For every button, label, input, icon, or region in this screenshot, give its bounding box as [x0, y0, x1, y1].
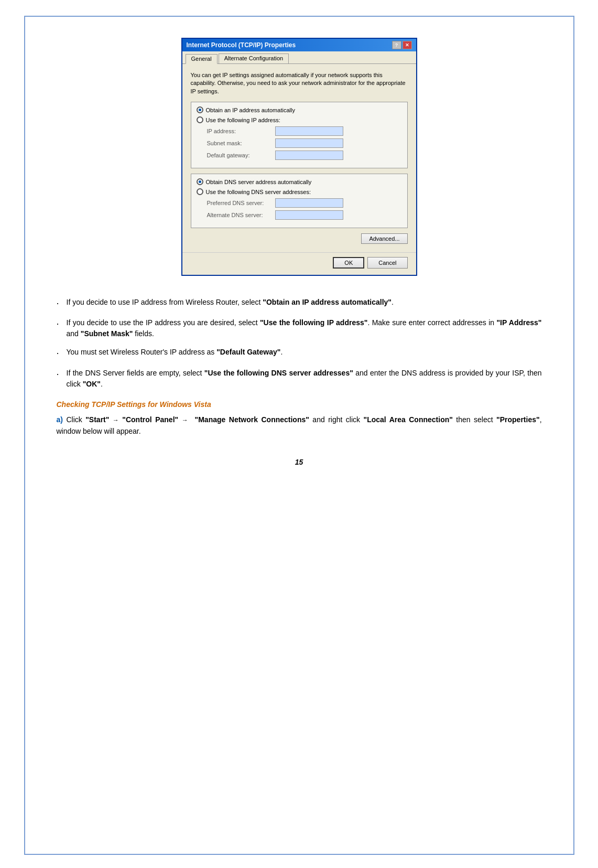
page-number: 15	[57, 458, 542, 466]
manual-ip-radio-row[interactable]: Use the following IP address:	[197, 116, 402, 123]
step-a: a) Click "Start" → "Control Panel" → "Ma…	[57, 414, 542, 437]
alternate-dns-row: Alternate DNS server:	[197, 210, 402, 220]
bullet-text-1: If you decide to use IP address from Wir…	[67, 297, 542, 308]
arrow-icon-2: →	[182, 416, 188, 424]
dialog-footer: OK Cancel	[182, 252, 416, 275]
list-item: · You must set Wireless Router's IP addr…	[57, 347, 542, 360]
list-item: · If you decide to use IP address from W…	[57, 297, 542, 310]
auto-ip-label: Obtain an IP address automatically	[206, 107, 295, 113]
preferred-dns-label: Preferred DNS server:	[207, 200, 275, 206]
step-letter-a: a)	[57, 415, 63, 424]
manual-dns-label: Use the following DNS server addresses:	[206, 189, 311, 195]
tab-alternate-config[interactable]: Alternate Configuration	[219, 53, 289, 63]
manual-dns-radio-row[interactable]: Use the following DNS server addresses:	[197, 188, 402, 195]
dialog-body: You can get IP settings assigned automat…	[182, 64, 416, 252]
list-item: · If you decide to use the IP address yo…	[57, 317, 542, 339]
dialog-description: You can get IP settings assigned automat…	[191, 71, 408, 95]
dns-section: Obtain DNS server address automatically …	[191, 174, 408, 228]
list-item: · If the DNS Server fields are empty, se…	[57, 368, 542, 390]
bullet-text-2: If you decide to use the IP address you …	[67, 317, 542, 339]
cancel-button[interactable]: Cancel	[367, 257, 407, 269]
bullet-dot: ·	[57, 347, 59, 360]
tab-general[interactable]: General	[186, 54, 218, 64]
ip-address-label: IP address:	[207, 128, 275, 134]
preferred-dns-input[interactable]	[275, 198, 343, 208]
ip-address-row: IP address:	[197, 126, 402, 136]
ok-button[interactable]: OK	[333, 257, 364, 269]
manual-dns-radio[interactable]	[197, 188, 203, 195]
subnet-mask-label: Subnet mask:	[207, 140, 275, 146]
dialog-title: Internet Protocol (TCP/IP) Properties	[187, 41, 296, 49]
manual-ip-label: Use the following IP address:	[206, 117, 280, 123]
ip-address-input[interactable]	[275, 126, 343, 136]
titlebar-buttons: ? ✕	[392, 41, 412, 49]
subnet-mask-input[interactable]	[275, 138, 343, 148]
default-gateway-row: Default gateway:	[197, 151, 402, 160]
arrow-icon-1: →	[113, 416, 119, 424]
auto-ip-radio[interactable]	[197, 106, 203, 113]
bullet-dot: ·	[57, 297, 59, 310]
tcp-ip-dialog: Internet Protocol (TCP/IP) Properties ? …	[181, 38, 417, 276]
alternate-dns-label: Alternate DNS server:	[207, 212, 275, 218]
dialog-titlebar: Internet Protocol (TCP/IP) Properties ? …	[182, 39, 416, 51]
auto-dns-radio-row[interactable]: Obtain DNS server address automatically	[197, 178, 402, 185]
dialog-container: Internet Protocol (TCP/IP) Properties ? …	[57, 38, 542, 276]
bullet-text-3: You must set Wireless Router's IP addres…	[67, 347, 542, 358]
close-button[interactable]: ✕	[403, 41, 412, 49]
subnet-mask-row: Subnet mask:	[197, 138, 402, 148]
bullet-text-4: If the DNS Server fields are empty, sele…	[67, 368, 542, 390]
bullet-dot: ·	[57, 368, 59, 381]
auto-dns-label: Obtain DNS server address automatically	[206, 179, 312, 185]
dialog-tabs: General Alternate Configuration	[182, 51, 416, 64]
ip-section: Obtain an IP address automatically Use t…	[191, 102, 408, 168]
alternate-dns-input[interactable]	[275, 210, 343, 220]
auto-ip-radio-row[interactable]: Obtain an IP address automatically	[197, 106, 402, 113]
advanced-button[interactable]: Advanced...	[361, 233, 407, 244]
default-gateway-label: Default gateway:	[207, 152, 275, 158]
bullet-list: · If you decide to use IP address from W…	[57, 297, 542, 389]
preferred-dns-row: Preferred DNS server:	[197, 198, 402, 208]
default-gateway-input[interactable]	[275, 151, 343, 160]
page: Internet Protocol (TCP/IP) Properties ? …	[24, 16, 574, 855]
manual-ip-radio[interactable]	[197, 116, 203, 123]
advanced-row: Advanced...	[191, 233, 408, 244]
help-button[interactable]: ?	[392, 41, 401, 49]
section-heading: Checking TCP/IP Settings for Windows Vis…	[57, 400, 542, 409]
bullet-dot: ·	[57, 317, 59, 330]
auto-dns-radio[interactable]	[197, 178, 203, 185]
